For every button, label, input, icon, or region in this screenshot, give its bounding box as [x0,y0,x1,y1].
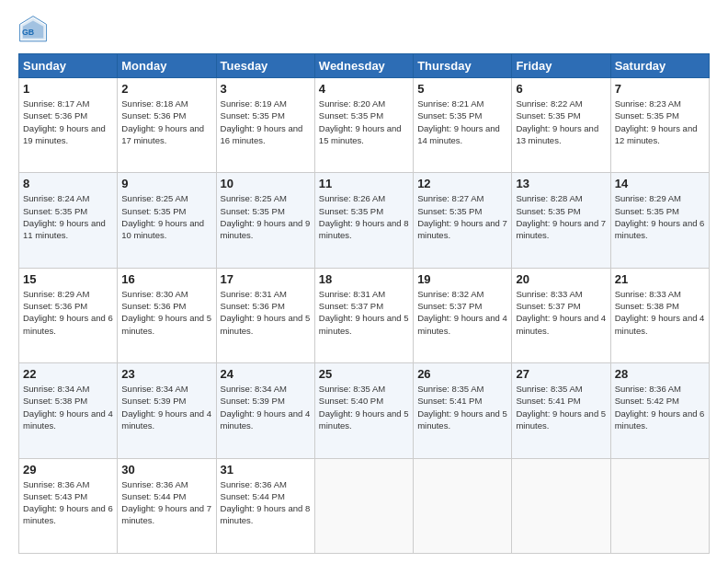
calendar-day-header: Sunday [19,54,118,78]
day-info: Sunrise: 8:33 AM Sunset: 5:37 PM Dayligh… [516,288,606,337]
calendar-day-cell: 13 Sunrise: 8:28 AM Sunset: 5:35 PM Dayl… [512,173,610,268]
calendar-week-row: 1 Sunrise: 8:17 AM Sunset: 5:36 PM Dayli… [19,78,710,173]
day-number: 12 [417,177,507,190]
day-number: 31 [221,463,311,477]
calendar-day-cell: 24 Sunrise: 8:34 AM Sunset: 5:39 PM Dayl… [216,363,314,458]
calendar-day-cell [314,458,413,553]
day-info: Sunrise: 8:18 AM Sunset: 5:36 PM Dayligh… [121,98,211,146]
day-info: Sunrise: 8:22 AM Sunset: 5:35 PM Dayligh… [516,98,606,146]
day-info: Sunrise: 8:24 AM Sunset: 5:35 PM Dayligh… [23,192,113,241]
day-number: 5 [417,82,507,96]
day-number: 4 [319,82,409,96]
calendar-day-cell: 27 Sunrise: 8:35 AM Sunset: 5:41 PM Dayl… [512,363,610,458]
calendar-day-cell: 31 Sunrise: 8:36 AM Sunset: 5:44 PM Dayl… [216,458,314,553]
day-info: Sunrise: 8:31 AM Sunset: 5:37 PM Dayligh… [319,288,409,337]
day-info: Sunrise: 8:28 AM Sunset: 5:35 PM Dayligh… [516,192,606,241]
calendar-day-cell: 16 Sunrise: 8:30 AM Sunset: 5:36 PM Dayl… [118,268,216,362]
calendar-day-cell: 30 Sunrise: 8:36 AM Sunset: 5:44 PM Dayl… [118,458,216,553]
day-number: 16 [121,272,211,286]
calendar-day-cell [414,458,512,553]
day-number: 20 [516,272,606,286]
calendar-day-cell: 12 Sunrise: 8:27 AM Sunset: 5:35 PM Dayl… [414,173,512,268]
calendar-day-header: Saturday [610,54,709,78]
calendar-day-cell [610,458,709,553]
calendar-day-cell: 29 Sunrise: 8:36 AM Sunset: 5:43 PM Dayl… [19,458,118,553]
day-info: Sunrise: 8:17 AM Sunset: 5:36 PM Dayligh… [23,98,113,146]
day-number: 13 [516,177,606,190]
day-info: Sunrise: 8:36 AM Sunset: 5:44 PM Dayligh… [121,478,211,527]
logo: GB [18,15,51,44]
calendar-day-cell: 17 Sunrise: 8:31 AM Sunset: 5:36 PM Dayl… [216,268,314,362]
day-info: Sunrise: 8:36 AM Sunset: 5:42 PM Dayligh… [615,383,705,431]
day-number: 23 [121,367,211,381]
calendar-day-cell: 23 Sunrise: 8:34 AM Sunset: 5:39 PM Dayl… [118,363,216,458]
calendar-day-cell: 20 Sunrise: 8:33 AM Sunset: 5:37 PM Dayl… [512,268,610,362]
calendar-day-cell: 15 Sunrise: 8:29 AM Sunset: 5:36 PM Dayl… [19,268,118,362]
calendar-day-cell: 22 Sunrise: 8:34 AM Sunset: 5:38 PM Dayl… [19,363,118,458]
day-number: 11 [319,177,409,190]
calendar-day-cell: 7 Sunrise: 8:23 AM Sunset: 5:35 PM Dayli… [610,78,709,173]
day-info: Sunrise: 8:26 AM Sunset: 5:35 PM Dayligh… [319,192,409,241]
calendar-day-cell: 1 Sunrise: 8:17 AM Sunset: 5:36 PM Dayli… [19,78,118,173]
calendar-day-cell: 11 Sunrise: 8:26 AM Sunset: 5:35 PM Dayl… [314,173,413,268]
day-info: Sunrise: 8:34 AM Sunset: 5:38 PM Dayligh… [23,383,113,431]
day-info: Sunrise: 8:35 AM Sunset: 5:41 PM Dayligh… [417,383,507,431]
page: GB SundayMondayTuesdayWednesdayThursdayF… [0,0,728,563]
calendar-day-cell: 14 Sunrise: 8:29 AM Sunset: 5:35 PM Dayl… [610,173,709,268]
day-number: 3 [221,82,311,96]
calendar-day-cell [512,458,610,553]
day-number: 7 [615,82,705,96]
day-number: 21 [615,272,705,286]
calendar-day-cell: 3 Sunrise: 8:19 AM Sunset: 5:35 PM Dayli… [216,78,314,173]
day-number: 26 [417,367,507,381]
calendar-day-header: Tuesday [216,54,314,78]
day-number: 8 [23,177,113,190]
calendar-day-cell: 2 Sunrise: 8:18 AM Sunset: 5:36 PM Dayli… [118,78,216,173]
calendar-week-row: 29 Sunrise: 8:36 AM Sunset: 5:43 PM Dayl… [19,458,710,553]
day-number: 15 [23,272,113,286]
day-info: Sunrise: 8:29 AM Sunset: 5:36 PM Dayligh… [23,288,113,337]
calendar-day-cell: 5 Sunrise: 8:21 AM Sunset: 5:35 PM Dayli… [414,78,512,173]
calendar-day-cell: 21 Sunrise: 8:33 AM Sunset: 5:38 PM Dayl… [610,268,709,362]
calendar-day-header: Thursday [414,54,512,78]
calendar-day-cell: 19 Sunrise: 8:32 AM Sunset: 5:37 PM Dayl… [414,268,512,362]
calendar-day-cell: 25 Sunrise: 8:35 AM Sunset: 5:40 PM Dayl… [314,363,413,458]
day-info: Sunrise: 8:23 AM Sunset: 5:35 PM Dayligh… [615,98,705,146]
day-info: Sunrise: 8:29 AM Sunset: 5:35 PM Dayligh… [615,192,705,241]
day-number: 29 [23,463,113,477]
calendar-day-header: Wednesday [314,54,413,78]
day-number: 9 [121,177,211,190]
day-number: 27 [516,367,606,381]
calendar-day-cell: 28 Sunrise: 8:36 AM Sunset: 5:42 PM Dayl… [610,363,709,458]
day-info: Sunrise: 8:34 AM Sunset: 5:39 PM Dayligh… [121,383,211,431]
day-info: Sunrise: 8:33 AM Sunset: 5:38 PM Dayligh… [615,288,705,337]
day-number: 10 [221,177,311,190]
day-number: 19 [417,272,507,286]
day-info: Sunrise: 8:31 AM Sunset: 5:36 PM Dayligh… [221,288,311,337]
day-number: 6 [516,82,606,96]
calendar-week-row: 22 Sunrise: 8:34 AM Sunset: 5:38 PM Dayl… [19,363,710,458]
day-info: Sunrise: 8:27 AM Sunset: 5:35 PM Dayligh… [417,192,507,241]
day-info: Sunrise: 8:19 AM Sunset: 5:35 PM Dayligh… [221,98,311,146]
day-number: 25 [319,367,409,381]
day-info: Sunrise: 8:30 AM Sunset: 5:36 PM Dayligh… [121,288,211,337]
calendar-day-header: Monday [118,54,216,78]
day-info: Sunrise: 8:32 AM Sunset: 5:37 PM Dayligh… [417,288,507,337]
day-number: 22 [23,367,113,381]
day-number: 14 [615,177,705,190]
calendar-table: SundayMondayTuesdayWednesdayThursdayFrid… [18,53,710,554]
calendar-day-cell: 10 Sunrise: 8:25 AM Sunset: 5:35 PM Dayl… [216,173,314,268]
day-info: Sunrise: 8:20 AM Sunset: 5:35 PM Dayligh… [319,98,409,146]
day-number: 2 [121,82,211,96]
day-info: Sunrise: 8:36 AM Sunset: 5:44 PM Dayligh… [221,478,311,527]
header: GB [18,15,710,44]
calendar-day-header: Friday [512,54,610,78]
day-number: 17 [221,272,311,286]
day-number: 1 [23,82,113,96]
calendar-day-cell: 6 Sunrise: 8:22 AM Sunset: 5:35 PM Dayli… [512,78,610,173]
calendar-day-cell: 26 Sunrise: 8:35 AM Sunset: 5:41 PM Dayl… [414,363,512,458]
day-info: Sunrise: 8:34 AM Sunset: 5:39 PM Dayligh… [221,383,311,431]
logo-icon: GB [18,15,48,44]
calendar-day-cell: 8 Sunrise: 8:24 AM Sunset: 5:35 PM Dayli… [19,173,118,268]
day-number: 18 [319,272,409,286]
